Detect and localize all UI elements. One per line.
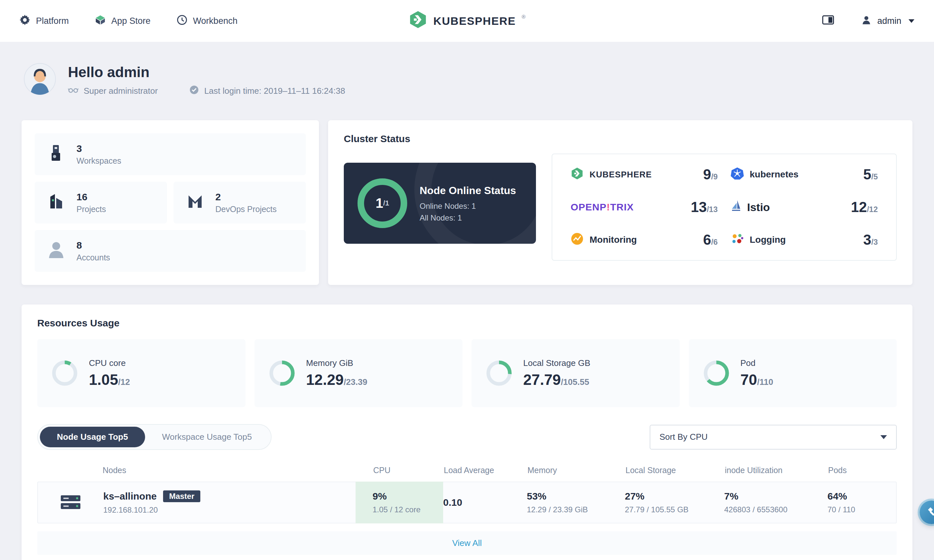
header-load-average: Load Average bbox=[444, 466, 528, 475]
stat-devops-projects[interactable]: 2 DevOps Projects bbox=[174, 182, 306, 223]
stat-label: DevOps Projects bbox=[215, 205, 277, 214]
component-istio: Istio 12/12 bbox=[724, 191, 884, 223]
metric-total: /110 bbox=[757, 377, 773, 387]
last-login-label: Last login time: 2019–11–11 16:24:38 bbox=[204, 86, 345, 96]
monitoring-icon bbox=[571, 232, 584, 248]
workspaces-icon bbox=[45, 142, 67, 167]
kubesphere-logo-icon bbox=[408, 10, 428, 32]
metric-label: Pod bbox=[740, 358, 773, 368]
toolbox-fab-button[interactable] bbox=[920, 500, 934, 524]
node-online-status-panel: 1 /1 Node Online Status Online Nodes: 1 … bbox=[344, 163, 536, 244]
component-kubernetes: kubernetes 5/5 bbox=[724, 158, 884, 191]
stats-card: 3 Workspaces 16 Projects 2 DevOps Projec… bbox=[22, 120, 319, 285]
logo: KUBESPHERE ® bbox=[408, 10, 526, 32]
table-row[interactable]: ks–allinone Master 192.168.101.20 9% 1.0… bbox=[37, 482, 897, 523]
cpu-percent: 9% bbox=[372, 491, 443, 502]
nav-item-workbench[interactable]: Workbench bbox=[177, 15, 238, 28]
local-storage-cell: 27% 27.79 / 105.55 GB bbox=[625, 491, 724, 514]
tab-workspace-usage-top5[interactable]: Workspace Usage Top5 bbox=[145, 427, 269, 447]
pod-donut bbox=[703, 360, 729, 386]
metric-label: Memory GiB bbox=[306, 358, 367, 368]
nav-item-platform[interactable]: Platform bbox=[20, 15, 69, 28]
devops-projects-icon bbox=[184, 190, 206, 215]
component-total: /6 bbox=[711, 237, 718, 246]
component-count: 9 bbox=[703, 166, 711, 182]
memory-percent: 53% bbox=[527, 491, 625, 502]
avatar bbox=[23, 63, 56, 98]
component-total: /13 bbox=[707, 205, 718, 214]
metric-pod: Pod 70/110 bbox=[689, 339, 897, 407]
panel-toggle-icon[interactable] bbox=[822, 15, 834, 27]
component-total: /9 bbox=[711, 172, 718, 181]
nav-right: admin bbox=[822, 15, 914, 27]
storage-detail: 27.79 / 105.55 GB bbox=[625, 505, 724, 514]
last-login-item: Last login time: 2019–11–11 16:24:38 bbox=[189, 85, 345, 97]
user-name: admin bbox=[877, 16, 901, 26]
workbench-icon bbox=[177, 15, 187, 28]
metric-total: /23.39 bbox=[344, 377, 367, 387]
inode-cell: 7% 426803 / 6553600 bbox=[724, 491, 828, 514]
metric-value: 12.29 bbox=[306, 371, 344, 388]
stat-accounts[interactable]: 8 Accounts bbox=[35, 230, 306, 272]
summary-row: 3 Workspaces 16 Projects 2 DevOps Projec… bbox=[22, 120, 912, 285]
cpu-detail: 1.05 / 12 core bbox=[372, 505, 443, 514]
load-average-value: 0.10 bbox=[443, 497, 527, 508]
sort-by-select[interactable]: Sort By CPU bbox=[650, 425, 897, 449]
node-panel-title: Node Online Status bbox=[420, 184, 516, 197]
role-icon bbox=[68, 86, 78, 96]
node-ratio-numerator: 1 bbox=[375, 195, 383, 211]
user-menu[interactable]: admin bbox=[862, 15, 914, 27]
kubernetes-icon bbox=[731, 167, 744, 182]
metric-total: /12 bbox=[118, 377, 130, 387]
online-nodes-text: Online Nodes: 1 bbox=[420, 202, 516, 211]
inode-detail: 426803 / 6553600 bbox=[724, 505, 828, 514]
openpitrix-logo: OPENP!TRIX bbox=[571, 202, 634, 213]
cpu-cell: 9% 1.05 / 12 core bbox=[355, 482, 443, 523]
stat-workspaces[interactable]: 3 Workspaces bbox=[35, 133, 306, 175]
hammer-icon bbox=[926, 506, 934, 519]
app-store-icon bbox=[95, 15, 106, 28]
usage-tabs: Node Usage Top5 Workspace Usage Top5 bbox=[37, 424, 272, 450]
component-count: 3 bbox=[863, 232, 871, 248]
server-icon bbox=[38, 493, 103, 512]
component-name: kubernetes bbox=[750, 169, 799, 180]
header-inode-utilization: inode Utilization bbox=[725, 466, 828, 475]
hello-text: Hello admin Super administrator Last log… bbox=[68, 64, 345, 97]
node-name[interactable]: ks–allinone bbox=[103, 491, 157, 502]
metric-label: CPU core bbox=[89, 358, 130, 368]
nav-item-app-store[interactable]: App Store bbox=[95, 15, 151, 28]
tab-node-usage-top5[interactable]: Node Usage Top5 bbox=[40, 427, 145, 447]
cpu-donut bbox=[52, 360, 78, 386]
user-icon bbox=[862, 15, 871, 27]
header-nodes: Nodes bbox=[103, 466, 356, 475]
storage-percent: 27% bbox=[625, 491, 724, 502]
component-count: 5 bbox=[863, 166, 871, 182]
stat-projects[interactable]: 16 Projects bbox=[35, 182, 167, 223]
greeting-title: Hello admin bbox=[68, 64, 345, 80]
component-total: /5 bbox=[871, 172, 878, 181]
pods-percent: 64% bbox=[828, 491, 896, 502]
hello-meta: Super administrator Last login time: 201… bbox=[68, 85, 345, 97]
stat-value: 2 bbox=[215, 191, 277, 203]
component-monitoring: Monitoring 6/6 bbox=[564, 223, 724, 256]
component-count: 6 bbox=[703, 232, 711, 248]
istio-icon bbox=[731, 200, 741, 214]
component-kubesphere: KUBESPHERE 9/9 bbox=[564, 158, 724, 191]
load-average-cell: 0.10 bbox=[443, 497, 527, 508]
stat-label: Projects bbox=[77, 205, 106, 214]
metric-value: 1.05 bbox=[89, 371, 118, 388]
gear-icon bbox=[20, 15, 30, 28]
node-ip: 192.168.101.20 bbox=[103, 505, 355, 515]
metric-total: /105.55 bbox=[561, 377, 589, 387]
stat-label: Workspaces bbox=[77, 156, 121, 166]
resources-usage-title: Resources Usage bbox=[37, 318, 897, 329]
header-pods: Pods bbox=[828, 466, 897, 475]
nav-label-workbench: Workbench bbox=[193, 16, 238, 26]
component-logging: Logging 3/3 bbox=[724, 223, 884, 256]
role-label: Super administrator bbox=[84, 86, 158, 96]
stat-value: 8 bbox=[77, 240, 110, 251]
projects-icon bbox=[45, 190, 67, 215]
select-caret-icon bbox=[880, 435, 887, 439]
metric-label: Local Storage GB bbox=[523, 358, 590, 368]
view-all-button[interactable]: View All bbox=[37, 531, 897, 555]
